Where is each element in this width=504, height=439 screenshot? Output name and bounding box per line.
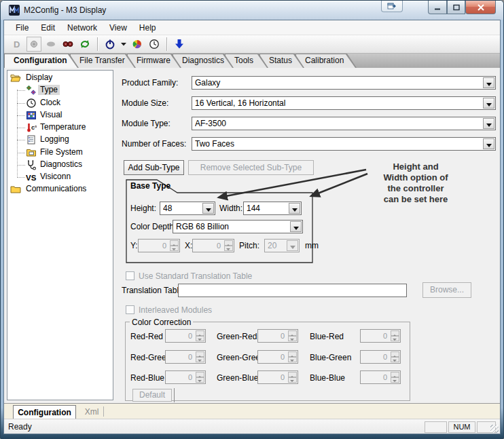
- close-button[interactable]: [465, 1, 496, 14]
- pitch-label: Pitch:: [239, 241, 259, 250]
- tree-connector: [17, 140, 25, 140]
- pitch-unit-label: mm: [305, 241, 319, 250]
- add-subtype-button[interactable]: Add Sub-Type: [124, 160, 184, 175]
- tree-item-label[interactable]: Display: [24, 73, 54, 83]
- diagnostics-icon: [26, 159, 37, 170]
- translation-table-input[interactable]: [178, 284, 407, 297]
- blue-blue-label: Blue-Blue: [310, 373, 345, 383]
- green-red-label: Green-Red: [217, 332, 257, 341]
- menu-view[interactable]: View: [103, 22, 133, 34]
- module-type-select[interactable]: AF-3500: [192, 117, 496, 130]
- type-icon: [26, 85, 37, 96]
- status-panel-empty: [425, 421, 447, 433]
- power-dropdown-arrow-icon[interactable]: [120, 37, 128, 52]
- power-icon[interactable]: [103, 37, 118, 52]
- tree-item-file-system[interactable]: File System: [7, 147, 113, 159]
- minimize-button[interactable]: [428, 1, 447, 14]
- tree-item-diagnostics[interactable]: Diagnostics: [7, 159, 113, 171]
- dropdown-arrow-icon[interactable]: [289, 203, 300, 214]
- toolbar-separator: [166, 37, 167, 51]
- module-size-select[interactable]: 16 Vertical, 16 Horizontal: [192, 96, 496, 110]
- color-depth-select[interactable]: RGB 68 Billion: [173, 220, 303, 233]
- minimize-icon: [434, 4, 441, 10]
- use-standard-translation-checkbox: [126, 271, 134, 280]
- display-d-icon[interactable]: D: [10, 37, 24, 52]
- y-label: Y:: [130, 241, 138, 250]
- bottom-tab-configuration[interactable]: Configuration: [13, 405, 76, 419]
- tree-item-visiconn[interactable]: VS Visiconn: [7, 171, 113, 183]
- spin-down-icon: [224, 246, 233, 251]
- tree-item-label[interactable]: Visiconn: [38, 172, 73, 182]
- number-of-faces-select[interactable]: Two Faces: [192, 137, 496, 151]
- height-select[interactable]: 48: [160, 202, 215, 215]
- tree-connector: [17, 165, 25, 166]
- tree-item-temperature[interactable]: c° Temperature: [7, 121, 113, 134]
- tree-item-label[interactable]: Visual: [38, 110, 64, 120]
- resize-grip[interactable]: [490, 425, 499, 433]
- tab-file-transfer[interactable]: File Transfer: [70, 54, 136, 68]
- tree-item-label[interactable]: Diagnostics: [38, 159, 84, 170]
- colors-icon[interactable]: [130, 37, 145, 52]
- product-family-select[interactable]: Galaxy: [192, 76, 496, 90]
- menu-help[interactable]: Help: [133, 22, 162, 34]
- module-dot-icon[interactable]: [26, 37, 41, 52]
- menu-edit[interactable]: Edit: [35, 22, 61, 34]
- dropdown-arrow-icon[interactable]: [483, 138, 494, 149]
- tree-item-display[interactable]: Display: [7, 72, 113, 84]
- color-depth-label: Color Depth:: [130, 222, 176, 231]
- dropdown-arrow-icon[interactable]: [483, 77, 494, 88]
- connection-pill-icon[interactable]: [43, 37, 58, 52]
- product-family-label: Product Family:: [122, 78, 178, 88]
- red-red-spinner: 0: [165, 329, 206, 343]
- bottom-tab-xml[interactable]: Xml: [82, 405, 102, 418]
- tab-firmware[interactable]: Firmware: [127, 54, 181, 68]
- menu-network[interactable]: Network: [61, 22, 103, 34]
- tree-connector: [17, 153, 25, 153]
- default-button: Default: [132, 389, 172, 402]
- dropdown-arrow-icon[interactable]: [483, 98, 494, 109]
- tree-item-label[interactable]: Logging: [38, 134, 71, 145]
- tree-item-label[interactable]: Communications: [24, 184, 88, 194]
- titlebar[interactable]: M2Config - M3 Display: [1, 1, 503, 20]
- spin-up-icon: [224, 240, 233, 246]
- tree-connector: [17, 128, 25, 128]
- tree-item-label[interactable]: Temperature: [38, 122, 88, 132]
- tree-connector: [17, 177, 25, 178]
- dropdown-arrow-icon[interactable]: [202, 203, 214, 214]
- dropdown-arrow-icon[interactable]: [483, 118, 494, 129]
- annotation-note: Height and Width option of the controlle…: [364, 161, 467, 205]
- tree-item-label[interactable]: Type: [38, 85, 60, 95]
- schedule-clock-icon[interactable]: [147, 37, 162, 52]
- dropdown-arrow-icon[interactable]: [290, 221, 302, 232]
- width-select[interactable]: 144: [243, 202, 302, 215]
- tab-calibration[interactable]: Calibration: [295, 54, 357, 68]
- height-label: Height:: [130, 204, 156, 213]
- tree-item-label[interactable]: File System: [38, 147, 85, 157]
- detach-window-button[interactable]: [381, 1, 403, 12]
- green-blue-spinner: 0: [257, 370, 298, 384]
- binoculars-icon[interactable]: [60, 37, 75, 52]
- tree-panel[interactable]: Display Type: [7, 70, 113, 400]
- tab-diagnostics[interactable]: Diagnostics: [173, 54, 234, 68]
- tree-item-communications[interactable]: Communications: [7, 183, 113, 195]
- refresh-icon[interactable]: [77, 37, 92, 52]
- tree-item-clock[interactable]: Clock: [7, 97, 113, 109]
- tree-item-logging[interactable]: Logging: [7, 134, 113, 146]
- svg-text:c°: c°: [31, 124, 37, 131]
- green-blue-label: Green-Blue: [217, 373, 258, 383]
- menu-file[interactable]: File: [10, 22, 35, 34]
- tab-configuration[interactable]: Configuration: [4, 54, 79, 68]
- maximize-button[interactable]: [447, 1, 465, 14]
- download-arrow-icon[interactable]: [172, 37, 187, 52]
- temperature-icon: c°: [26, 122, 37, 133]
- bottom-tab-divider: [103, 406, 104, 417]
- blue-green-label: Blue-Green: [310, 353, 351, 362]
- translation-table-label: Translation Table: [122, 286, 183, 295]
- interleaved-modules-checkbox: [126, 305, 134, 314]
- tree-item-label[interactable]: Clock: [38, 98, 62, 108]
- tree-connector: [17, 103, 25, 104]
- red-green-spinner: 0: [165, 350, 206, 364]
- tree-item-type[interactable]: Type: [7, 84, 113, 96]
- svg-text:VS: VS: [26, 174, 37, 182]
- tree-item-visual[interactable]: Visual: [7, 109, 113, 121]
